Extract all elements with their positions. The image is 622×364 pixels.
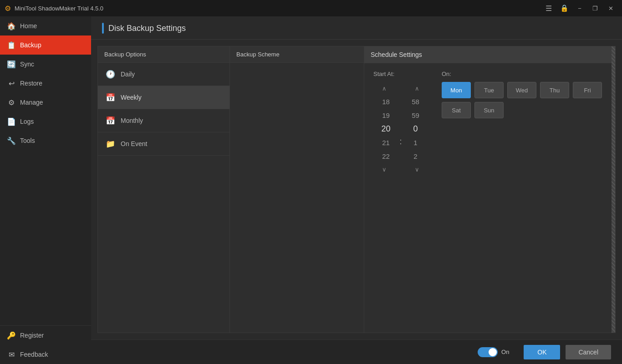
sidebar-item-label-logs: Logs <box>20 118 34 125</box>
sidebar-item-label-feedback: Feedback <box>20 351 48 358</box>
sidebar-item-label-backup: Backup <box>20 41 41 49</box>
day-sun[interactable]: Sun <box>474 102 504 118</box>
close-button[interactable]: ✕ <box>604 1 617 15</box>
schedule-settings-header: Schedule Settings <box>364 46 615 63</box>
sidebar-item-label-restore: Restore <box>20 80 42 87</box>
backup-scheme-panel: Backup Scheme <box>230 46 364 333</box>
day-thu[interactable]: Thu <box>540 82 569 98</box>
hour-column: ∧ <box>373 82 395 95</box>
on-label: On: <box>442 71 606 77</box>
app-title: MiniTool ShadowMaker Trial 4.5.0 <box>15 5 103 12</box>
sidebar-item-sync[interactable]: 🔄 Sync <box>0 55 91 74</box>
option-daily[interactable]: 🕐 Daily <box>98 63 229 86</box>
schedule-content: Start At: ∧ ∧ <box>364 63 615 183</box>
time-picker: ∧ ∧ <box>373 82 428 176</box>
tools-icon: 🔧 <box>7 136 15 145</box>
sidebar-item-label-home: Home <box>20 22 37 30</box>
minute-val-2: 2 <box>405 149 427 163</box>
sidebar-item-manage[interactable]: ⚙ Manage <box>0 93 91 112</box>
backup-options-header: Backup Options <box>98 46 229 63</box>
accent-bar <box>102 23 104 34</box>
titlebar: MiniTool ShadowMaker Trial 4.5.0 ☰ 🔒 − ❐… <box>0 0 622 16</box>
sidebar-item-label-sync: Sync <box>20 61 34 68</box>
option-daily-label: Daily <box>121 71 135 78</box>
day-sat[interactable]: Sat <box>442 102 471 118</box>
main-layout: 🏠 Home 📋 Backup 🔄 Sync ↩ Restore ⚙ Manag… <box>0 16 622 364</box>
hour-values: 18 19 20 21 22 <box>375 95 397 163</box>
window-controls: ☰ 🔒 − ❐ ✕ <box>542 1 617 15</box>
hour-down-column: ∨ <box>373 163 395 176</box>
bottom-bar: On OK Cancel <box>91 339 622 364</box>
restore-icon: ↩ <box>7 79 15 87</box>
sidebar-item-backup[interactable]: 📋 Backup <box>0 35 91 55</box>
minute-down-column: ∨ <box>406 163 428 176</box>
content-area: Disk Backup Settings Backup Options 🕐 Da… <box>91 16 622 364</box>
day-wed[interactable]: Wed <box>507 82 536 98</box>
option-on-event[interactable]: 📁 On Event <box>98 132 229 156</box>
minute-val-1: 1 <box>405 136 427 149</box>
sidebar-item-restore[interactable]: ↩ Restore <box>0 74 91 93</box>
option-weekly-label: Weekly <box>121 94 142 101</box>
time-down-arrows: ∨ ∨ <box>373 163 428 176</box>
page-header: Disk Backup Settings <box>91 16 622 40</box>
minute-down-arrow[interactable]: ∨ <box>406 163 428 176</box>
start-at-label: Start At: <box>373 71 428 77</box>
register-icon: 🔑 <box>7 331 15 339</box>
page-title: Disk Backup Settings <box>108 24 186 33</box>
hour-up-arrow[interactable]: ∧ <box>373 82 395 95</box>
sidebar-item-logs[interactable]: 📄 Logs <box>0 112 91 131</box>
hour-val-21: 21 <box>375 136 397 149</box>
on-event-icon: 📁 <box>105 139 115 149</box>
manage-icon: ⚙ <box>7 98 15 106</box>
schedule-row: Start At: ∧ ∧ <box>373 71 606 176</box>
ok-button[interactable]: OK <box>524 345 560 359</box>
hour-val-18: 18 <box>375 95 397 108</box>
sidebar-item-label-tools: Tools <box>20 137 35 144</box>
hour-val-19: 19 <box>375 108 397 122</box>
cancel-button[interactable]: Cancel <box>566 345 611 359</box>
logs-icon: 📄 <box>7 117 15 126</box>
three-panels-container: Backup Options 🕐 Daily 📅 Weekly 📅 Monthl… <box>97 46 616 333</box>
sidebar-item-tools[interactable]: 🔧 Tools <box>0 131 91 150</box>
option-weekly[interactable]: 📅 Weekly <box>98 86 229 109</box>
sync-icon: 🔄 <box>7 60 15 68</box>
feedback-icon: ✉ <box>7 350 15 359</box>
restore-button[interactable]: ❐ <box>588 1 602 15</box>
day-tue[interactable]: Tue <box>474 82 504 98</box>
hamburger-icon[interactable]: ☰ <box>542 1 556 15</box>
minute-val-59: 59 <box>405 108 427 122</box>
minute-up-arrow[interactable]: ∧ <box>406 82 428 95</box>
minute-column: ∧ <box>406 82 428 95</box>
sidebar-item-label-manage: Manage <box>20 99 43 106</box>
on-toggle[interactable] <box>478 347 498 357</box>
hour-val-22: 22 <box>375 149 397 163</box>
home-icon: 🏠 <box>7 22 15 30</box>
settings-panel: Backup Options 🕐 Daily 📅 Weekly 📅 Monthl… <box>91 40 622 339</box>
weekly-icon: 📅 <box>105 92 115 102</box>
option-monthly-label: Monthly <box>121 117 143 124</box>
day-mon[interactable]: Mon <box>442 82 471 98</box>
on-section: On: Mon Tue Wed Thu Fri Sat Sun <box>442 71 606 118</box>
schedule-settings-panel: Schedule Settings Start At: ∧ <box>364 46 615 333</box>
start-at-section: Start At: ∧ ∧ <box>373 71 428 176</box>
sidebar-item-label-register: Register <box>20 332 44 339</box>
app-logo-icon <box>5 4 13 12</box>
lock-icon[interactable]: 🔒 <box>557 1 571 15</box>
minimize-button[interactable]: − <box>573 1 586 15</box>
sidebar-item-register[interactable]: 🔑 Register <box>0 326 91 345</box>
minute-values: 58 59 0 1 2 <box>405 95 427 163</box>
minute-val-0: 0 <box>405 122 427 136</box>
day-fri[interactable]: Fri <box>573 82 602 98</box>
sidebar-item-home[interactable]: 🏠 Home <box>0 16 91 35</box>
time-up-arrows: ∧ ∧ <box>373 82 428 95</box>
backup-icon: 📋 <box>7 41 15 49</box>
option-monthly[interactable]: 📅 Monthly <box>98 109 229 132</box>
sidebar-item-feedback[interactable]: ✉ Feedback <box>0 345 91 364</box>
backup-options-panel: Backup Options 🕐 Daily 📅 Weekly 📅 Monthl… <box>98 46 230 333</box>
day-buttons: Mon Tue Wed Thu Fri Sat Sun <box>442 82 606 118</box>
daily-icon: 🕐 <box>105 69 115 79</box>
option-on-event-label: On Event <box>121 140 147 147</box>
hour-down-arrow[interactable]: ∨ <box>373 163 395 176</box>
time-values: 18 19 20 21 22 : 58 <box>375 95 426 163</box>
hour-val-20: 20 <box>375 122 397 136</box>
